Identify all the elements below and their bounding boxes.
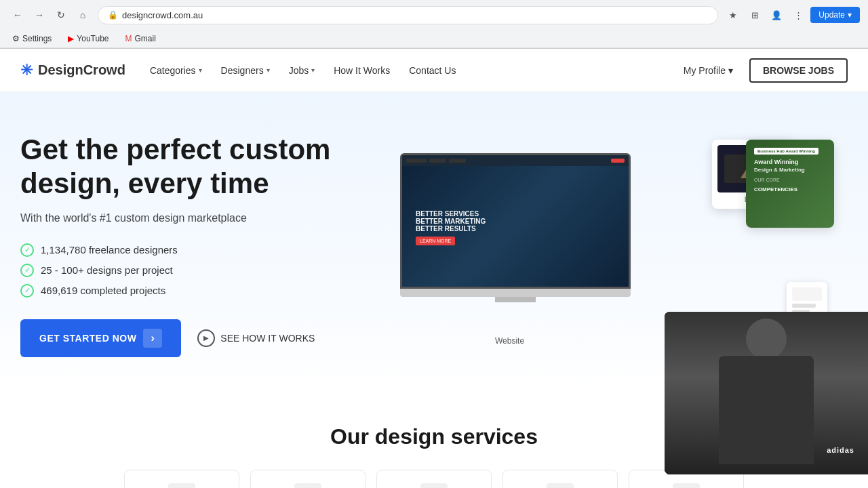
home-button[interactable]: ⌂ bbox=[73, 5, 92, 24]
website-label: Website bbox=[495, 336, 524, 346]
nav-item-how-it-works[interactable]: How It Works bbox=[326, 60, 398, 81]
navbar: ✳ DesignCrowd Categories ▾ Designers ▾ J… bbox=[0, 49, 868, 92]
bookmark-gmail-label: Gmail bbox=[135, 34, 156, 43]
brochure-title: Award Winning Design & Marketing bbox=[754, 159, 826, 174]
browser-nav-buttons: ← → ↻ ⌂ bbox=[8, 5, 92, 24]
bookmark-youtube[interactable]: ▶ YouTube bbox=[64, 33, 113, 45]
forward-button[interactable]: → bbox=[30, 5, 49, 24]
browser-chrome: ← → ↻ ⌂ 🔒 designcrowd.com.au ★ ⊞ 👤 ⋮ Upd… bbox=[0, 0, 868, 49]
brochure-content: Business Hub Award Winning Award Winning… bbox=[746, 140, 834, 228]
service-card-1[interactable] bbox=[124, 470, 239, 488]
bookmark-settings[interactable]: ⚙ Settings bbox=[8, 33, 56, 45]
youtube-icon: ▶ bbox=[68, 34, 74, 43]
nav-item-designers[interactable]: Designers ▾ bbox=[213, 60, 278, 81]
hero-cta: GET STARTED NOW › ▶ SEE HOW IT WORKS bbox=[20, 319, 373, 357]
my-profile-button[interactable]: My Profile ▾ bbox=[675, 60, 741, 81]
hero-stat-designers: ✓ 1,134,780 freelance designers bbox=[20, 243, 373, 257]
my-profile-label: My Profile bbox=[684, 65, 726, 76]
check-icon: ✓ bbox=[20, 264, 34, 277]
see-how-it-works-link[interactable]: ▶ SEE HOW IT WORKS bbox=[197, 329, 315, 347]
bookmark-settings-label: Settings bbox=[22, 34, 52, 43]
chevron-down-icon: ▾ bbox=[848, 10, 852, 20]
service-card-2[interactable] bbox=[250, 470, 366, 488]
service-icon-3 bbox=[420, 483, 448, 488]
video-overlay: adidas bbox=[665, 312, 868, 474]
screen-line1: BETTER SERVICES bbox=[416, 210, 486, 218]
laptop-screen: BETTER SERVICES BETTER MARKETING BETTER … bbox=[400, 153, 631, 289]
settings-icon: ⚙ bbox=[12, 34, 20, 43]
hero-subtitle: With the world's #1 custom design market… bbox=[20, 212, 373, 224]
nav-links: Categories ▾ Designers ▾ Jobs ▾ How It W… bbox=[142, 60, 675, 81]
service-icon-5 bbox=[673, 483, 700, 488]
video-person: adidas bbox=[665, 312, 868, 474]
nav-right: My Profile ▾ BROWSE JOBS bbox=[675, 58, 848, 83]
screen-line2: BETTER MARKETING bbox=[416, 218, 486, 225]
gmail-icon: M bbox=[125, 34, 132, 43]
arrow-icon: › bbox=[143, 329, 162, 348]
profile-button[interactable]: 👤 bbox=[767, 5, 786, 24]
laptop-screen-content: BETTER SERVICES BETTER MARKETING BETTER … bbox=[402, 155, 629, 287]
hero-title: Get the perfect custom design, every tim… bbox=[20, 133, 373, 201]
update-button[interactable]: Update ▾ bbox=[810, 7, 860, 23]
hero-stats: ✓ 1,134,780 freelance designers ✓ 25 - 1… bbox=[20, 243, 373, 298]
mockup-laptop: BETTER SERVICES BETTER MARKETING BETTER … bbox=[400, 153, 631, 316]
back-button[interactable]: ← bbox=[8, 5, 27, 24]
bookmarks-bar: ⚙ Settings ▶ YouTube M Gmail bbox=[0, 30, 868, 48]
bookmark-gmail[interactable]: M Gmail bbox=[121, 33, 160, 45]
browser-toolbar: ← → ↻ ⌂ 🔒 designcrowd.com.au ★ ⊞ 👤 ⋮ Upd… bbox=[0, 0, 868, 30]
screen-line3: BETTER RESULTS bbox=[416, 225, 486, 232]
laptop-base bbox=[400, 289, 631, 297]
nav-item-contact-us[interactable]: Contact Us bbox=[401, 60, 464, 81]
address-bar[interactable]: 🔒 designcrowd.com.au bbox=[98, 6, 718, 24]
logo-icon: ✳ bbox=[20, 62, 33, 79]
more-button[interactable]: ⋮ bbox=[789, 5, 808, 24]
laptop-stand bbox=[495, 297, 536, 302]
chevron-down-icon: ▾ bbox=[311, 66, 315, 74]
check-icon: ✓ bbox=[20, 243, 34, 257]
nav-item-categories[interactable]: Categories ▾ bbox=[142, 60, 210, 81]
extensions-button[interactable]: ⊞ bbox=[745, 5, 764, 24]
browser-actions: ★ ⊞ 👤 ⋮ Update ▾ bbox=[724, 5, 860, 24]
hero-stat-projects: ✓ 469,619 completed projects bbox=[20, 284, 373, 298]
url-text: designcrowd.com.au bbox=[122, 10, 203, 20]
check-icon: ✓ bbox=[20, 284, 34, 298]
hero-left: Get the perfect custom design, every tim… bbox=[20, 133, 373, 357]
lock-icon: 🔒 bbox=[108, 10, 118, 20]
video-content: adidas bbox=[665, 312, 868, 474]
bookmark-button[interactable]: ★ bbox=[724, 5, 743, 24]
service-icon-4 bbox=[547, 483, 574, 488]
chevron-down-icon: ▾ bbox=[267, 66, 270, 74]
service-icon-1 bbox=[168, 483, 195, 488]
nav-item-jobs[interactable]: Jobs ▾ bbox=[281, 60, 323, 81]
service-card-3[interactable] bbox=[376, 470, 492, 488]
service-icon-2 bbox=[294, 483, 321, 488]
screen-text-block: BETTER SERVICES BETTER MARKETING BETTER … bbox=[416, 210, 486, 245]
reload-button[interactable]: ↻ bbox=[52, 5, 71, 24]
mockup-brochure-card: Business Hub Award Winning Award Winning… bbox=[746, 140, 834, 228]
hero-stat-designs: ✓ 25 - 100+ designs per project bbox=[20, 264, 373, 277]
chevron-down-icon: ▾ bbox=[728, 65, 733, 76]
chevron-down-icon: ▾ bbox=[199, 66, 202, 74]
logo-text: DesignCrowd bbox=[38, 62, 125, 78]
browse-jobs-button[interactable]: BROWSE JOBS bbox=[749, 58, 848, 83]
service-card-4[interactable] bbox=[502, 470, 618, 488]
bookmark-youtube-label: YouTube bbox=[77, 34, 108, 43]
play-icon: ▶ bbox=[197, 329, 215, 347]
adidas-logo: adidas bbox=[827, 446, 854, 454]
get-started-button[interactable]: GET STARTED NOW › bbox=[20, 319, 181, 357]
brochure-badge: Business Hub Award Winning bbox=[754, 148, 818, 155]
logo[interactable]: ✳ DesignCrowd bbox=[20, 62, 125, 79]
